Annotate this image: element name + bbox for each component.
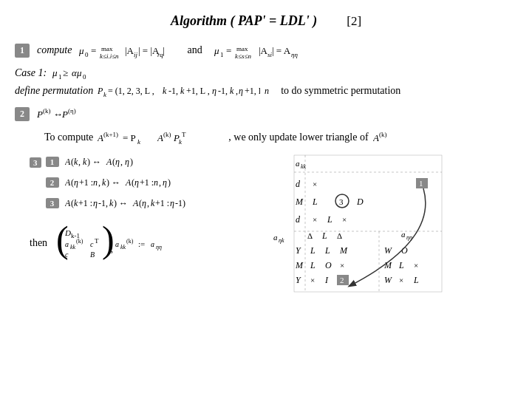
svg-text:k≤s≤n: k≤s≤n: [235, 52, 251, 58]
svg-text:k: k: [163, 86, 167, 96]
svg-text:|A: |A: [125, 45, 134, 56]
svg-text:×: ×: [340, 261, 344, 270]
case1-line: Case 1: μ 1 ≥ α μ 0: [15, 66, 517, 81]
svg-text:Δ: Δ: [307, 231, 313, 240]
svg-text:D: D: [64, 228, 71, 237]
then-label: then: [30, 237, 47, 249]
svg-text:0: 0: [85, 51, 89, 58]
svg-text:1: 1: [419, 179, 423, 188]
todo-label: to do symmetric permutation: [281, 85, 400, 97]
svg-text:O: O: [325, 260, 332, 270]
svg-text:T: T: [95, 237, 99, 245]
svg-text:L: L: [413, 275, 419, 285]
svg-text:A: A: [106, 157, 112, 167]
svg-text:-1): -1): [175, 198, 185, 208]
svg-text:1: 1: [58, 73, 62, 81]
svg-text:a: a: [296, 159, 300, 168]
svg-text:A: A: [157, 132, 163, 143]
svg-text:k: k: [180, 86, 185, 96]
svg-text:n: n: [93, 177, 98, 188]
svg-text:M: M: [295, 260, 304, 270]
svg-text:A: A: [132, 198, 139, 208]
svg-text:) ↔: ) ↔: [87, 157, 101, 167]
svg-text:L: L: [310, 260, 316, 270]
svg-text:L: L: [310, 245, 316, 256]
svg-text:η: η: [142, 198, 146, 208]
case1-formula: μ 1 ≥ α μ 0: [52, 66, 104, 81]
svg-text:ηη: ηη: [156, 244, 162, 250]
svg-text:I: I: [324, 275, 329, 285]
svg-text:η: η: [239, 86, 243, 96]
svg-text:P: P: [37, 109, 43, 120]
svg-text:W: W: [384, 275, 392, 285]
substep1-formula: A ( k , k ) ↔ A ( η , η ): [65, 154, 228, 169]
svg-text:μ: μ: [52, 67, 58, 78]
svg-text:L: L: [324, 245, 330, 256]
substep3-badge: 3: [46, 198, 59, 208]
define-line: define permutation P k = (1, 2, 3, L , k…: [15, 83, 517, 98]
svg-text:W: W: [384, 245, 392, 256]
algorithm-title: Algorithm ( PAP' = LDL' ): [171, 13, 317, 29]
svg-text:η: η: [74, 177, 78, 188]
svg-text:,: ,: [98, 177, 100, 188]
svg-text:-1,: -1,: [168, 86, 178, 96]
svg-text:= (1, 2, 3, L ,: = (1, 2, 3, L ,: [108, 86, 154, 96]
to-compute-middle: , we only update lower triangle of: [228, 132, 368, 143]
svg-text:n: n: [265, 86, 269, 96]
svg-text:η: η: [212, 86, 216, 96]
svg-text:a: a: [65, 240, 69, 248]
svg-text:Δ: Δ: [337, 231, 342, 240]
title-row: Algorithm ( PAP' = LDL' ) [2]: [15, 13, 517, 29]
svg-text:| = |A: | = |A: [138, 45, 160, 56]
svg-text:kk: kk: [301, 163, 307, 170]
substep3-formula: A ( k +1 : η -1, k ) ↔ A ( η ,: [65, 196, 257, 211]
svg-text:) ↔: ) ↔: [106, 177, 120, 188]
svg-text:×: ×: [313, 215, 317, 224]
svg-text:3: 3: [339, 197, 344, 206]
svg-text:+1, L ,: +1, L ,: [186, 86, 210, 96]
svg-text:ηk: ηk: [279, 237, 284, 244]
svg-text:|A: |A: [259, 45, 268, 56]
svg-text:×: ×: [399, 276, 403, 284]
svg-text:Y: Y: [296, 275, 301, 285]
substep1-row: 1 A ( k , k ) ↔ A ( η , η: [46, 154, 257, 169]
svg-text:L: L: [398, 260, 404, 270]
svg-text:,: ,: [147, 198, 149, 208]
svg-text:d: d: [296, 179, 301, 189]
svg-text:(k+1): (k+1): [103, 131, 118, 138]
svg-text:L: L: [327, 214, 332, 225]
step1-label: compute: [37, 44, 72, 56]
left-steps: 3 1 A ( k , k ) ↔ A (: [30, 151, 257, 302]
svg-text:c: c: [90, 240, 94, 248]
substep2-row: 2 A ( η +1 : n , k ) ↔ A ( η: [46, 175, 257, 190]
svg-text:,: ,: [159, 177, 161, 188]
svg-text:×: ×: [313, 180, 317, 188]
svg-text:-1,: -1,: [218, 86, 228, 96]
svg-text:) ↔: ) ↔: [114, 198, 128, 208]
svg-text:1: 1: [220, 51, 224, 58]
svg-text:×: ×: [310, 276, 315, 284]
svg-text:P: P: [61, 109, 68, 120]
svg-text:L: L: [312, 197, 318, 207]
step3-outer-badge: 3: [30, 157, 41, 168]
formula-mu1: μ 1 = max k≤s≤n |A si | = A ηη: [214, 42, 303, 58]
case1-section: Case 1: μ 1 ≥ α μ 0 define permutation P…: [15, 66, 517, 98]
svg-text:×: ×: [342, 215, 347, 224]
reference: [2]: [347, 14, 361, 29]
svg-text:L: L: [321, 231, 327, 241]
step2-badge: 2: [15, 107, 30, 121]
svg-text:ηη: ηη: [291, 51, 298, 58]
svg-text:k≤i,j≤n: k≤i,j≤n: [100, 52, 119, 58]
svg-text:(k): (k): [43, 107, 51, 115]
step2-row: 2 P (k) ↔ P (η): [15, 106, 517, 122]
svg-text::=: :=: [138, 239, 145, 248]
svg-text:k: k: [179, 138, 183, 146]
svg-text:0: 0: [83, 73, 86, 81]
svg-text:=: =: [91, 45, 96, 56]
svg-text:(η): (η): [68, 107, 76, 115]
sub-steps-inner: 1 A ( k , k ) ↔ A ( η , η: [46, 154, 257, 211]
svg-text:,: ,: [236, 86, 238, 96]
case1-label: Case 1:: [15, 67, 47, 79]
matrix-diagram: a kk d × 1 M L 3 D d × L: [272, 151, 449, 299]
svg-text:A: A: [65, 198, 71, 208]
